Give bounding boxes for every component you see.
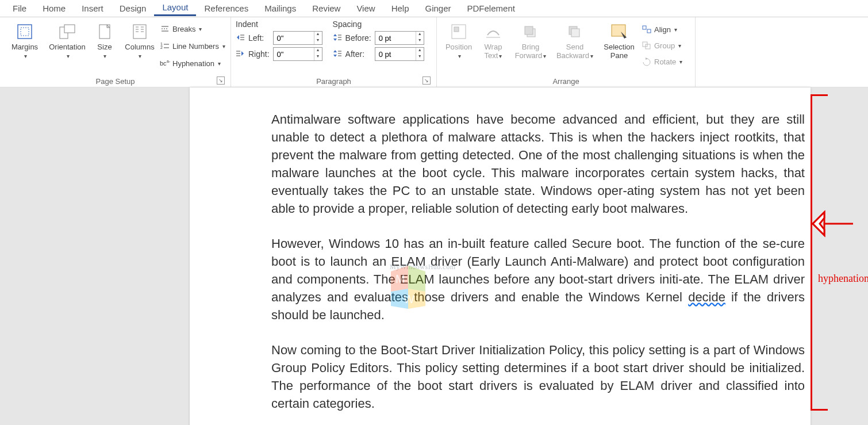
tab-pdfelement[interactable]: PDFelement xyxy=(459,2,523,16)
size-button[interactable]: Size▾ xyxy=(90,20,120,62)
position-icon xyxy=(450,23,467,40)
spinner[interactable]: ▲▼ xyxy=(314,48,322,60)
svg-rect-41 xyxy=(643,26,646,29)
group-icon xyxy=(642,40,652,51)
tab-layout[interactable]: Layout xyxy=(154,1,196,16)
chevron-down-icon: ▾ xyxy=(679,59,682,65)
spacing-after-label: After: xyxy=(345,49,371,59)
spacing-before-icon xyxy=(333,33,342,43)
spinner[interactable]: ▲▼ xyxy=(416,48,424,60)
group-label: Group xyxy=(654,41,675,50)
spacing-after-icon xyxy=(333,49,342,59)
tab-view[interactable]: View xyxy=(348,2,383,16)
send-backward-button: Send Backward▾ xyxy=(553,20,597,62)
tab-help[interactable]: Help xyxy=(383,2,417,16)
orientation-button[interactable]: Orientation▾ xyxy=(47,20,87,62)
paragraph-2[interactable]: However, Windows 10 has an in-built feat… xyxy=(271,235,805,324)
line-numbers-button[interactable]: 12 Line Numbers▾ xyxy=(160,38,225,54)
grammar-flag[interactable]: decide xyxy=(688,290,725,304)
chevron-down-icon: ▾ xyxy=(678,43,681,49)
spacing-before-value: 0 pt xyxy=(375,34,416,43)
group-paragraph: Indent Left: 0"▲▼ Right: 0"▲▼ Spacing Be… xyxy=(231,17,437,87)
indent-left-value: 0" xyxy=(274,34,314,43)
chevron-down-icon: ▾ xyxy=(458,53,461,59)
position-button: Position▾ xyxy=(441,20,476,62)
svg-text:2: 2 xyxy=(160,45,163,49)
chevron-down-icon: ▾ xyxy=(218,60,221,67)
chevron-down-icon: ▾ xyxy=(139,53,141,59)
margins-button[interactable]: Margins▾ xyxy=(5,20,45,62)
hyphenation-button[interactable]: bca- Hyphenation▾ xyxy=(160,55,225,71)
svg-text:bc: bc xyxy=(160,60,167,67)
chevron-down-icon: ▾ xyxy=(499,53,502,59)
tab-references[interactable]: References xyxy=(196,2,256,16)
tab-review[interactable]: Review xyxy=(304,2,348,16)
indent-left-label: Left: xyxy=(248,33,270,43)
align-label: Align xyxy=(654,25,671,34)
tab-design[interactable]: Design xyxy=(112,2,155,16)
svg-rect-5 xyxy=(133,25,146,39)
indent-right-value: 0" xyxy=(274,50,314,59)
line-numbers-label: Line Numbers xyxy=(172,42,219,51)
breaks-icon xyxy=(160,24,170,34)
svg-text:a-: a- xyxy=(167,59,171,63)
svg-rect-3 xyxy=(64,25,75,33)
tab-insert[interactable]: Insert xyxy=(74,2,112,16)
chevron-down-icon: ▾ xyxy=(199,26,202,32)
document-workspace: Antimalware software applications have b… xyxy=(0,87,868,425)
svg-rect-42 xyxy=(647,29,651,33)
chevron-down-icon: ▾ xyxy=(590,53,593,59)
columns-button[interactable]: Columns▾ xyxy=(122,20,158,62)
rotate-icon xyxy=(642,56,652,67)
wrap-text-icon xyxy=(485,23,502,40)
tab-file[interactable]: File xyxy=(5,2,34,16)
ribbon-tabs: File Home Insert Design Layout Reference… xyxy=(0,0,868,17)
indent-left-input[interactable]: 0"▲▼ xyxy=(273,31,322,45)
bring-forward-icon xyxy=(522,23,539,40)
spinner[interactable]: ▲▼ xyxy=(314,32,322,44)
document-page[interactable]: Antimalware software applications have b… xyxy=(190,87,811,425)
bring-forward-button: Bring Forward▾ xyxy=(510,20,551,62)
chevron-down-icon: ▾ xyxy=(24,53,27,59)
hyphenation-label: Hyphenation xyxy=(172,59,214,68)
paragraph-1[interactable]: Antimalware software applications have b… xyxy=(271,110,805,217)
spacing-after-value: 0 pt xyxy=(375,50,416,59)
chevron-down-icon: ▾ xyxy=(674,26,677,33)
columns-icon xyxy=(131,23,148,40)
selection-pane-icon xyxy=(610,23,628,40)
send-backward-icon xyxy=(566,23,583,40)
group-label-page-setup: Page Setup ↘ xyxy=(5,75,226,86)
hyphenation-icon: bca- xyxy=(160,58,170,68)
tab-ginger[interactable]: Ginger xyxy=(417,2,459,16)
svg-rect-37 xyxy=(525,26,533,35)
tab-mailings[interactable]: Mailings xyxy=(256,2,304,16)
page-setup-dialog-launcher[interactable]: ↘ xyxy=(217,76,225,85)
size-icon xyxy=(96,23,113,40)
svg-rect-1 xyxy=(21,28,29,36)
selection-pane-button[interactable]: Selection Pane xyxy=(599,20,639,61)
svg-rect-39 xyxy=(571,29,579,37)
paragraph-3[interactable]: Now coming to the Boot-Start Driver Init… xyxy=(271,341,805,412)
indent-left-icon xyxy=(236,33,245,43)
indent-right-input[interactable]: 0"▲▼ xyxy=(273,47,322,61)
spacing-header: Spacing xyxy=(333,20,424,29)
group-label-paragraph: Paragraph ↘ xyxy=(236,75,432,86)
rotate-button: Rotate▾ xyxy=(642,54,682,69)
spacing-before-input[interactable]: 0 pt▲▼ xyxy=(375,31,424,45)
spacing-after-input[interactable]: 0 pt▲▼ xyxy=(375,47,424,61)
breaks-button[interactable]: Breaks▾ xyxy=(160,21,225,37)
paragraph-dialog-launcher[interactable]: ↘ xyxy=(423,76,431,85)
group-page-setup: Margins▾ Orientation▾ Size▾ Columns▾ xyxy=(0,17,231,87)
orientation-icon xyxy=(59,23,76,40)
wrap-text-button: Wrap Text▾ xyxy=(478,20,508,62)
align-button[interactable]: Align▾ xyxy=(642,22,682,37)
tab-home[interactable]: Home xyxy=(34,2,74,16)
chevron-down-icon: ▾ xyxy=(222,43,225,49)
spinner[interactable]: ▲▼ xyxy=(416,32,424,44)
group-label-arrange: Arrange xyxy=(441,75,690,86)
line-numbers-icon: 12 xyxy=(160,41,170,51)
group-arrange: Position▾ Wrap Text▾ Bring Forward▾ Send… xyxy=(437,17,696,87)
group-button: Group▾ xyxy=(642,38,682,53)
chevron-down-icon: ▾ xyxy=(67,53,70,59)
margins-icon xyxy=(16,23,33,40)
